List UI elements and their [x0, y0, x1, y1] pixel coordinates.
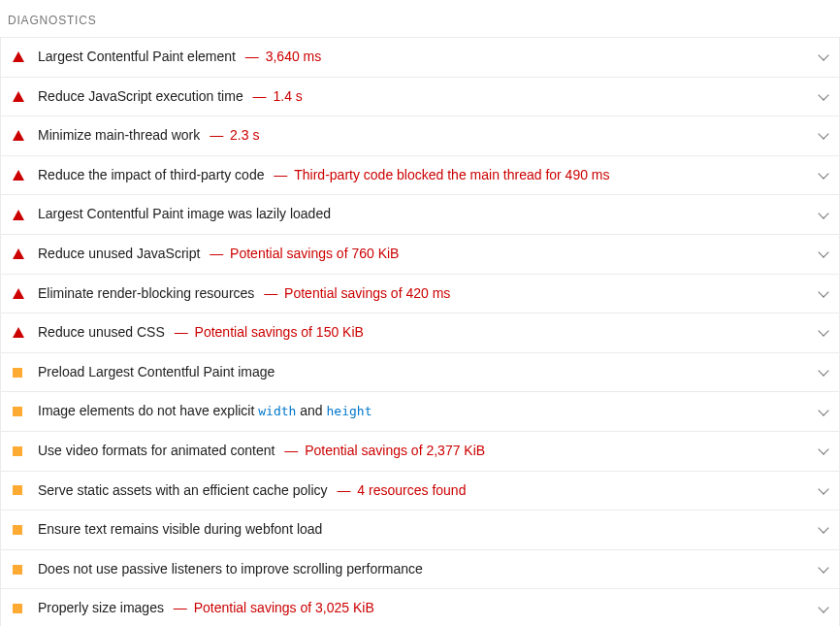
metric-separator: — [270, 167, 291, 182]
chevron-down-icon [818, 168, 828, 179]
chevron-down-icon [818, 445, 828, 455]
chevron-down-icon [818, 89, 828, 100]
square-warn-icon [13, 446, 22, 456]
audit-metric: Potential savings of 3,025 KiB [194, 600, 374, 615]
square-warn-icon [13, 525, 22, 535]
audit-title: Ensure text remains visible during webfo… [38, 520, 804, 540]
audit-title: Reduce unused CSS — Potential savings of… [38, 323, 804, 343]
audit-row[interactable]: Preload Largest Contentful Paint image [1, 353, 839, 393]
metric-separator: — [171, 324, 192, 340]
audit-title: Does not use passive listeners to improv… [38, 560, 804, 579]
audit-row[interactable]: Properly size images — Potential savings… [1, 589, 839, 626]
chevron-down-icon [818, 208, 828, 218]
audit-row[interactable]: Reduce the impact of third-party code — … [1, 156, 839, 196]
chevron-down-icon [818, 50, 828, 61]
audit-row[interactable]: Largest Contentful Paint element — 3,640… [1, 38, 839, 78]
audit-title: Preload Largest Contentful Paint image [38, 363, 804, 382]
audit-title: Image elements do not have explicit widt… [38, 402, 804, 421]
triangle-fail-icon [13, 51, 24, 62]
audit-row[interactable]: Does not use passive listeners to improv… [1, 550, 839, 590]
audit-metric: Third-party code blocked the main thread… [294, 167, 609, 182]
audit-metric: 4 resources found [357, 482, 466, 498]
square-warn-icon [13, 407, 22, 416]
code-token: height [327, 404, 372, 418]
chevron-down-icon [818, 562, 828, 573]
metric-separator: — [170, 600, 191, 615]
audit-metric: 1.4 s [273, 88, 302, 104]
audit-row[interactable]: Reduce unused JavaScript — Potential sav… [1, 235, 839, 275]
metric-separator: — [242, 49, 263, 64]
audit-metric: 3,640 ms [266, 49, 322, 64]
metric-separator: — [260, 285, 281, 301]
chevron-down-icon [818, 326, 828, 337]
chevron-down-icon [818, 405, 828, 415]
square-warn-icon [13, 565, 22, 575]
audit-title: Largest Contentful Paint element — 3,640… [38, 48, 804, 67]
triangle-fail-icon [13, 130, 24, 141]
audit-title: Use video formats for animated content —… [38, 442, 804, 461]
chevron-down-icon [818, 365, 828, 376]
audit-metric: Potential savings of 150 KiB [195, 324, 364, 340]
audit-title: Eliminate render-blocking resources — Po… [38, 284, 804, 304]
audit-metric: 2.3 s [230, 127, 259, 143]
triangle-fail-icon [13, 210, 24, 220]
metric-separator: — [206, 246, 227, 261]
triangle-fail-icon [13, 248, 24, 259]
chevron-down-icon [818, 286, 828, 297]
metric-separator: — [206, 127, 227, 143]
audit-title: Properly size images — Potential savings… [38, 599, 804, 618]
square-warn-icon [13, 604, 22, 613]
audit-title: Minimize main-thread work — 2.3 s [38, 126, 804, 146]
metric-separator: — [334, 482, 355, 498]
audit-row[interactable]: Largest Contentful Paint image was lazil… [1, 195, 839, 235]
audit-row[interactable]: Reduce JavaScript execution time — 1.4 s [1, 78, 839, 117]
triangle-fail-icon [13, 327, 24, 338]
metric-separator: — [249, 88, 271, 104]
code-token: width [258, 404, 296, 418]
square-warn-icon [13, 485, 22, 495]
metric-separator: — [280, 443, 302, 458]
audit-row[interactable]: Image elements do not have explicit widt… [1, 392, 839, 432]
chevron-down-icon [818, 483, 828, 494]
audit-row[interactable]: Eliminate render-blocking resources — Po… [1, 275, 839, 314]
diagnostics-list: Largest Contentful Paint element — 3,640… [0, 37, 840, 626]
chevron-down-icon [818, 129, 828, 140]
audit-row[interactable]: Minimize main-thread work — 2.3 s [1, 116, 839, 156]
audit-title: Serve static assets with an efficient ca… [38, 481, 804, 501]
triangle-fail-icon [13, 170, 24, 181]
chevron-down-icon [818, 247, 828, 258]
audit-row[interactable]: Ensure text remains visible during webfo… [1, 511, 839, 550]
audit-title: Reduce the impact of third-party code — … [38, 166, 804, 185]
diagnostics-heading: DIAGNOSTICS [0, 0, 840, 37]
audit-metric: Potential savings of 760 KiB [230, 246, 399, 261]
audit-title: Largest Contentful Paint image was lazil… [38, 205, 804, 224]
audit-metric: Potential savings of 2,377 KiB [305, 443, 485, 458]
audit-metric: Potential savings of 420 ms [284, 285, 450, 301]
audit-title: Reduce JavaScript execution time — 1.4 s [38, 87, 804, 107]
chevron-down-icon [818, 523, 828, 534]
audit-row[interactable]: Serve static assets with an efficient ca… [1, 472, 839, 511]
triangle-fail-icon [13, 288, 24, 299]
audit-title: Reduce unused JavaScript — Potential sav… [38, 245, 804, 264]
square-warn-icon [13, 368, 22, 378]
chevron-down-icon [818, 602, 828, 612]
triangle-fail-icon [13, 91, 24, 102]
audit-row[interactable]: Use video formats for animated content —… [1, 432, 839, 472]
audit-row[interactable]: Reduce unused CSS — Potential savings of… [1, 313, 839, 353]
